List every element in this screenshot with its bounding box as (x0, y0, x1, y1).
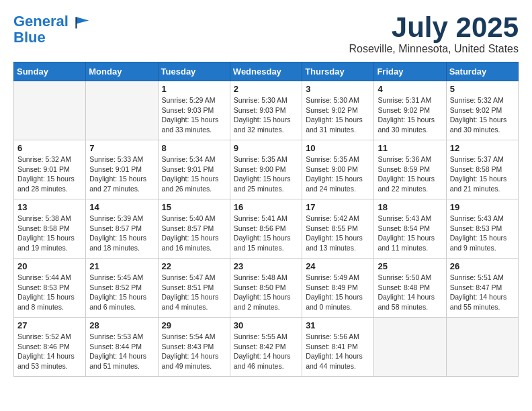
day-number: 3 (306, 84, 370, 94)
day-number: 4 (378, 84, 442, 94)
day-number: 21 (89, 261, 154, 271)
week-row-5: 27Sunrise: 5:52 AMSunset: 8:46 PMDayligh… (14, 318, 519, 377)
day-info: Sunrise: 5:35 AMSunset: 9:00 PMDaylight:… (234, 154, 298, 194)
day-cell: 3Sunrise: 5:30 AMSunset: 9:02 PMDaylight… (302, 81, 374, 140)
day-number: 11 (378, 143, 442, 153)
day-number: 10 (306, 143, 370, 153)
day-info: Sunrise: 5:56 AMSunset: 8:41 PMDaylight:… (306, 332, 370, 371)
day-number: 26 (450, 261, 515, 271)
day-cell: 26Sunrise: 5:51 AMSunset: 8:47 PMDayligh… (446, 259, 518, 318)
day-info: Sunrise: 5:54 AMSunset: 8:43 PMDaylight:… (162, 332, 226, 371)
logo-text: General (13, 13, 90, 30)
day-number: 25 (378, 261, 442, 271)
day-info: Sunrise: 5:44 AMSunset: 8:53 PMDaylight:… (17, 273, 82, 312)
day-info: Sunrise: 5:34 AMSunset: 9:01 PMDaylight:… (162, 154, 226, 194)
day-info: Sunrise: 5:31 AMSunset: 9:02 PMDaylight:… (378, 95, 442, 135)
day-cell: 6Sunrise: 5:32 AMSunset: 9:01 PMDaylight… (14, 140, 86, 199)
day-info: Sunrise: 5:43 AMSunset: 8:53 PMDaylight:… (450, 214, 515, 253)
col-header-saturday: Saturday (446, 62, 518, 81)
day-number: 22 (162, 261, 226, 271)
day-info: Sunrise: 5:55 AMSunset: 8:42 PMDaylight:… (234, 332, 298, 371)
col-header-friday: Friday (374, 62, 446, 81)
day-cell (446, 318, 518, 377)
day-cell: 10Sunrise: 5:35 AMSunset: 9:00 PMDayligh… (302, 140, 374, 199)
day-info: Sunrise: 5:38 AMSunset: 8:58 PMDaylight:… (17, 214, 82, 253)
day-cell (86, 81, 158, 140)
day-info: Sunrise: 5:43 AMSunset: 8:54 PMDaylight:… (378, 214, 442, 253)
day-number: 12 (450, 143, 515, 153)
week-row-4: 20Sunrise: 5:44 AMSunset: 8:53 PMDayligh… (14, 259, 519, 318)
day-info: Sunrise: 5:32 AMSunset: 9:02 PMDaylight:… (450, 95, 515, 135)
title-block: July 2025 Roseville, Minnesota, United S… (349, 13, 519, 55)
day-number: 27 (17, 320, 82, 330)
day-number: 7 (89, 143, 154, 153)
day-info: Sunrise: 5:53 AMSunset: 8:44 PMDaylight:… (89, 332, 154, 371)
day-info: Sunrise: 5:47 AMSunset: 8:51 PMDaylight:… (162, 273, 226, 312)
day-cell: 22Sunrise: 5:47 AMSunset: 8:51 PMDayligh… (158, 259, 230, 318)
day-info: Sunrise: 5:39 AMSunset: 8:57 PMDaylight:… (89, 214, 154, 253)
week-row-3: 13Sunrise: 5:38 AMSunset: 8:58 PMDayligh… (14, 199, 519, 259)
day-info: Sunrise: 5:48 AMSunset: 8:50 PMDaylight:… (234, 273, 298, 312)
day-info: Sunrise: 5:45 AMSunset: 8:52 PMDaylight:… (89, 273, 154, 312)
day-info: Sunrise: 5:52 AMSunset: 8:46 PMDaylight:… (17, 332, 82, 371)
day-number: 17 (306, 202, 370, 212)
logo: General Blue (13, 13, 90, 46)
day-cell: 1Sunrise: 5:29 AMSunset: 9:03 PMDaylight… (158, 81, 230, 140)
logo-icon (74, 15, 90, 29)
col-header-wednesday: Wednesday (230, 62, 302, 81)
day-info: Sunrise: 5:30 AMSunset: 9:02 PMDaylight:… (306, 95, 370, 135)
day-number: 23 (234, 261, 298, 271)
svg-marker-0 (76, 17, 89, 24)
col-header-tuesday: Tuesday (158, 62, 230, 81)
day-number: 20 (17, 261, 82, 271)
day-cell: 17Sunrise: 5:42 AMSunset: 8:55 PMDayligh… (302, 199, 374, 259)
logo-blue-text: Blue (13, 30, 90, 46)
day-number: 5 (450, 84, 515, 94)
day-number: 2 (234, 84, 298, 94)
day-number: 13 (17, 202, 82, 212)
day-cell: 9Sunrise: 5:35 AMSunset: 9:00 PMDaylight… (230, 140, 302, 199)
day-info: Sunrise: 5:29 AMSunset: 9:03 PMDaylight:… (162, 95, 226, 135)
day-cell: 25Sunrise: 5:50 AMSunset: 8:48 PMDayligh… (374, 259, 446, 318)
day-info: Sunrise: 5:51 AMSunset: 8:47 PMDaylight:… (450, 273, 515, 312)
col-header-thursday: Thursday (302, 62, 374, 81)
day-cell: 29Sunrise: 5:54 AMSunset: 8:43 PMDayligh… (158, 318, 230, 377)
day-number: 19 (450, 202, 515, 212)
calendar-table: SundayMondayTuesdayWednesdayThursdayFrid… (13, 62, 519, 377)
day-cell: 28Sunrise: 5:53 AMSunset: 8:44 PMDayligh… (86, 318, 158, 377)
col-header-monday: Monday (86, 62, 158, 81)
week-row-1: 1Sunrise: 5:29 AMSunset: 9:03 PMDaylight… (14, 81, 519, 140)
day-cell: 7Sunrise: 5:33 AMSunset: 9:01 PMDaylight… (86, 140, 158, 199)
day-info: Sunrise: 5:32 AMSunset: 9:01 PMDaylight:… (17, 154, 82, 194)
day-cell: 30Sunrise: 5:55 AMSunset: 8:42 PMDayligh… (230, 318, 302, 377)
day-number: 29 (162, 320, 226, 330)
day-number: 30 (234, 320, 298, 330)
day-number: 18 (378, 202, 442, 212)
day-info: Sunrise: 5:40 AMSunset: 8:57 PMDaylight:… (162, 214, 226, 253)
day-number: 16 (234, 202, 298, 212)
day-number: 14 (89, 202, 154, 212)
day-cell: 18Sunrise: 5:43 AMSunset: 8:54 PMDayligh… (374, 199, 446, 259)
day-cell: 27Sunrise: 5:52 AMSunset: 8:46 PMDayligh… (14, 318, 86, 377)
day-cell: 16Sunrise: 5:41 AMSunset: 8:56 PMDayligh… (230, 199, 302, 259)
day-info: Sunrise: 5:36 AMSunset: 8:59 PMDaylight:… (378, 154, 442, 194)
day-info: Sunrise: 5:42 AMSunset: 8:55 PMDaylight:… (306, 214, 370, 253)
day-info: Sunrise: 5:35 AMSunset: 9:00 PMDaylight:… (306, 154, 370, 194)
day-cell: 8Sunrise: 5:34 AMSunset: 9:01 PMDaylight… (158, 140, 230, 199)
day-number: 24 (306, 261, 370, 271)
day-number: 8 (162, 143, 226, 153)
day-number: 31 (306, 320, 370, 330)
day-number: 15 (162, 202, 226, 212)
day-cell: 15Sunrise: 5:40 AMSunset: 8:57 PMDayligh… (158, 199, 230, 259)
day-cell: 13Sunrise: 5:38 AMSunset: 8:58 PMDayligh… (14, 199, 86, 259)
day-cell: 23Sunrise: 5:48 AMSunset: 8:50 PMDayligh… (230, 259, 302, 318)
day-cell: 12Sunrise: 5:37 AMSunset: 8:58 PMDayligh… (446, 140, 518, 199)
day-cell (374, 318, 446, 377)
day-cell: 14Sunrise: 5:39 AMSunset: 8:57 PMDayligh… (86, 199, 158, 259)
day-cell: 5Sunrise: 5:32 AMSunset: 9:02 PMDaylight… (446, 81, 518, 140)
day-cell: 11Sunrise: 5:36 AMSunset: 8:59 PMDayligh… (374, 140, 446, 199)
day-cell: 21Sunrise: 5:45 AMSunset: 8:52 PMDayligh… (86, 259, 158, 318)
week-row-2: 6Sunrise: 5:32 AMSunset: 9:01 PMDaylight… (14, 140, 519, 199)
month-title: July 2025 (349, 13, 519, 42)
day-number: 9 (234, 143, 298, 153)
